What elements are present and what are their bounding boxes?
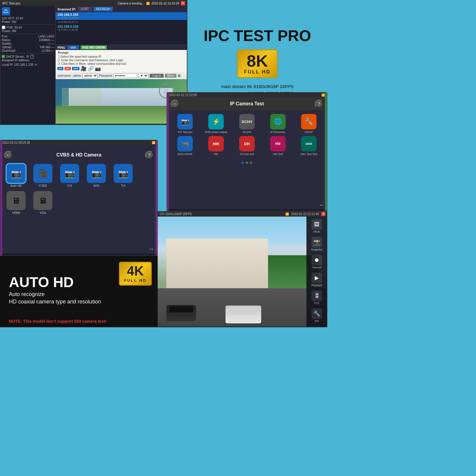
app-poe-power[interactable]: ⚡ POE power output bbox=[202, 114, 230, 134]
username-select[interactable]: admin bbox=[82, 73, 98, 78]
ipc-test-pro-label: IPC Test pro bbox=[178, 131, 192, 134]
set-label: Set bbox=[315, 320, 319, 322]
app-hdmi[interactable]: 🖥 HDMI bbox=[4, 191, 28, 214]
badge-4k-num: 4K bbox=[124, 264, 147, 278]
app-ipc-test-pro[interactable]: 📷 IPC Test pro bbox=[171, 114, 199, 134]
ip-item-2[interactable]: c4:2f:86:56:a6:7e bbox=[56, 20, 187, 24]
local-ip-row: Local IP: 192.168.1.238 ⚙ bbox=[2, 63, 54, 66]
prompt-area: Prompt 1.Select the searched camera IP. … bbox=[56, 50, 187, 65]
dc24v-label: DC24V bbox=[242, 131, 251, 134]
photo-label: Photo bbox=[313, 230, 320, 233]
ipt-time: 2022-01-12 12:12:39 bbox=[169, 93, 197, 97]
quality-row: Quality: — — bbox=[2, 42, 54, 45]
badge-8k: 8K FULL HD bbox=[237, 49, 277, 78]
brand-icon2: 🔗 bbox=[88, 66, 94, 71]
divider2 bbox=[2, 34, 54, 34]
app-hik[interactable]: HIK HIK bbox=[202, 136, 230, 156]
ipt-help-button[interactable]: ? bbox=[315, 100, 323, 108]
auto-hd-area: AUTO HD Auto recognize HD coaxial camera… bbox=[0, 256, 158, 324]
ip-item-1[interactable]: 192.168.3.155 c4:2f:90:73:a8:0e bbox=[56, 12, 187, 20]
cvbs-time: 2022-03-21 08:28:38 bbox=[2, 141, 30, 144]
poe-label: POE: 50.6V bbox=[7, 26, 22, 29]
ip-mac-2: c4:2f:86:56:a6:7e bbox=[57, 21, 185, 24]
assigned-label: Assigned IP address: bbox=[2, 59, 30, 62]
onvif-label: ONVIF bbox=[305, 131, 313, 134]
app-vga[interactable]: 🖥 VGA bbox=[31, 191, 55, 214]
assigned-row: Assigned IP address: bbox=[2, 59, 54, 62]
sidebar-item-set[interactable]: 🔧 Set bbox=[311, 308, 322, 322]
app-hw-tool[interactable]: HW HW Tool bbox=[264, 136, 292, 156]
sidebar-item-playback[interactable]: ▶ Playback bbox=[311, 273, 322, 287]
login-gear-icon[interactable]: ⚙ bbox=[178, 74, 181, 78]
app-onvif[interactable]: 🔧 ONVIF bbox=[295, 114, 323, 134]
app-ip-discovery[interactable]: 🌐 IP Discovery bbox=[264, 114, 292, 134]
poe-power-label: Power: 0W bbox=[2, 29, 16, 33]
cvbs-row1: 📷 Auto HD 🎥 CVBS 📷 CVI 📷 AHD 📷 TVI bbox=[4, 164, 154, 187]
power-row1: Power: 0W bbox=[2, 20, 54, 24]
refresh-button[interactable]: REFRESH bbox=[93, 7, 113, 11]
app-unv-test[interactable]: unv UNV Test Tool bbox=[295, 136, 323, 156]
more-button[interactable]: More bbox=[165, 74, 176, 78]
app-cvbs[interactable]: 🎥 CVBS bbox=[31, 164, 55, 187]
app-ahd[interactable]: 📷 AHD bbox=[84, 164, 108, 187]
dot-1 bbox=[242, 162, 244, 164]
status-val: 100Mb/s — bbox=[39, 38, 54, 42]
login-button[interactable]: Log in bbox=[150, 74, 164, 78]
cvbs-back-button[interactable]: ← bbox=[4, 151, 12, 159]
hw-label: HW Tool bbox=[273, 153, 283, 156]
divider1 bbox=[2, 24, 54, 25]
app-tvi[interactable]: 📷 TVI bbox=[111, 164, 135, 187]
scan-label: Scanned IP: bbox=[57, 7, 76, 11]
badge-4k-fullhd: FULL HD bbox=[124, 278, 147, 283]
ip-item-3[interactable]: 192.168.0.158 c4:2f:90:71:a8:3e bbox=[56, 24, 187, 32]
ipt-app-grid: 📷 IPC Test pro ⚡ POE power output DC24V … bbox=[167, 110, 327, 159]
window-shape bbox=[62, 88, 101, 106]
ipt-titlebar: 2022-01-12 12:12:39 📶 bbox=[167, 93, 327, 97]
ipt-nav-icon[interactable]: ↔ bbox=[319, 202, 324, 208]
ipt-back-button[interactable]: ← bbox=[171, 100, 179, 108]
record-label: Record bbox=[312, 266, 321, 269]
quality-val: — — bbox=[47, 42, 54, 45]
cvbs-help-button[interactable]: ? bbox=[145, 151, 154, 159]
app-non-onvif[interactable]: 📹 NON ONVIF bbox=[171, 136, 199, 156]
cvi-titlebar: CVI 1920x1080P 25FPS 📶 2022-01-12 12:11:… bbox=[158, 211, 327, 217]
ip-camera-test-screen: 2022-01-12 12:12:39 📶 ← IP Camera Test ?… bbox=[167, 92, 327, 211]
cvi-close-button[interactable]: ✕ bbox=[321, 212, 325, 216]
ptz-label: PTZ bbox=[314, 302, 320, 305]
app-auto-hd[interactable]: 📷 Auto HD bbox=[4, 164, 28, 187]
ahd-label: AHD bbox=[93, 184, 99, 187]
cvi-titlebar-right: 📶 2022-01-12 12:11:40 ✕ bbox=[285, 212, 325, 216]
password-select[interactable]: ▼ bbox=[138, 73, 148, 78]
cvbs-icon: 🎥 bbox=[33, 164, 52, 183]
sidebar-item-photo[interactable]: 🖼 Photo bbox=[311, 219, 322, 233]
cvbs-label: CVBS bbox=[39, 184, 47, 187]
ping-label: PING bbox=[57, 46, 65, 49]
ipt-pagination-dots bbox=[167, 159, 327, 166]
app-dc24v[interactable]: DC24V DC24V bbox=[233, 114, 261, 134]
dhcp-label: DHCP Server: bbox=[6, 55, 25, 58]
settings-icon[interactable]: ⚙ bbox=[35, 63, 37, 66]
gear-icon[interactable]: ⚙ bbox=[26, 54, 29, 59]
ipc-titlebar: IPC Test pro Camera is booting... 📶 2022… bbox=[1, 1, 187, 6]
help-icon[interactable]: ? bbox=[30, 55, 34, 59]
ipc-close-button[interactable]: ✕ bbox=[181, 1, 185, 5]
sidebar-item-ptz[interactable]: 🎛 PTZ bbox=[311, 290, 322, 305]
app-cvi[interactable]: 📷 CVI bbox=[58, 164, 82, 187]
prompt-step2: 2. Enter the Username and Password, clic… bbox=[58, 59, 184, 62]
cvbs-nav-icon[interactable]: ↔ bbox=[149, 246, 154, 252]
brand-row: DH HIK UNV 🎥 🔗 📷 bbox=[56, 65, 187, 72]
brand-icon1: 🎥 bbox=[81, 66, 87, 71]
sidebar-item-snapshot[interactable]: 📸 Snapshot bbox=[311, 237, 322, 251]
sidebar-item-record[interactable]: ⏺ Record bbox=[311, 255, 322, 269]
sort-button[interactable]: SORT bbox=[78, 7, 92, 11]
poe-checkbox[interactable] bbox=[2, 26, 5, 29]
hik-label: HIK bbox=[214, 153, 218, 156]
ipc-test-pro-icon: 📷 bbox=[177, 114, 193, 129]
ping-start-button[interactable]: start bbox=[67, 46, 79, 49]
password-input[interactable] bbox=[113, 73, 137, 78]
snapshot-label: Snapshot bbox=[311, 248, 322, 251]
app-dh-test[interactable]: DH DH test tool bbox=[233, 136, 261, 156]
note-area: NOTE: This model don't support SDI camer… bbox=[0, 315, 158, 327]
purple-glow-left bbox=[167, 93, 170, 211]
photo-icon: 🖼 bbox=[311, 219, 322, 230]
